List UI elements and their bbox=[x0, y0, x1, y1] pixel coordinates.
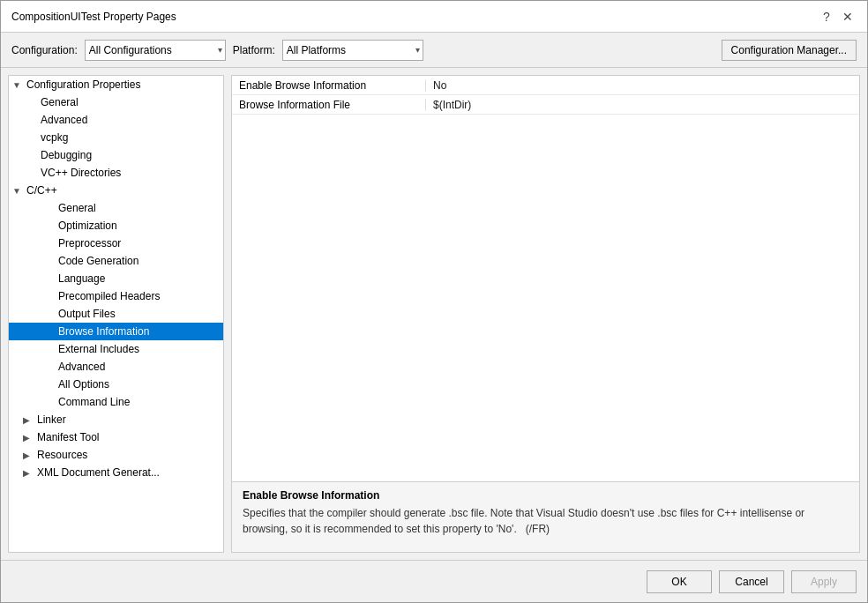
tree-item-external-includes[interactable]: External Includes bbox=[9, 340, 223, 358]
cancel-button[interactable]: Cancel bbox=[719, 570, 784, 593]
tree-item-label-precompiled-headers: Precompiled Headers bbox=[58, 290, 160, 302]
bottom-bar: OK Cancel Apply bbox=[1, 560, 867, 602]
tree-item-language[interactable]: Language bbox=[9, 270, 223, 287]
tree-item-resources[interactable]: ▶Resources bbox=[9, 446, 223, 464]
tree-item-label-general: General bbox=[41, 96, 79, 108]
tree-item-debugging[interactable]: Debugging bbox=[9, 146, 223, 164]
property-row-0[interactable]: Enable Browse InformationNo bbox=[232, 76, 859, 95]
apply-button[interactable]: Apply bbox=[791, 570, 857, 593]
tree-item-optimization[interactable]: Optimization bbox=[9, 217, 223, 234]
expand-icon-cpp: ▼ bbox=[12, 186, 26, 196]
tree-item-all-options[interactable]: All Options bbox=[9, 376, 223, 393]
tree-item-label-external-includes: External Includes bbox=[58, 343, 139, 355]
configuration-select-wrapper: All Configurations bbox=[85, 40, 226, 61]
expand-icon-resources: ▶ bbox=[23, 450, 37, 460]
tree-item-vcpkg[interactable]: vcpkg bbox=[9, 129, 223, 146]
tree-item-label-all-options: All Options bbox=[58, 378, 109, 391]
configuration-label: Configuration: bbox=[11, 44, 78, 56]
tree-item-general[interactable]: General bbox=[9, 93, 223, 111]
tree-item-command-line[interactable]: Command Line bbox=[9, 393, 223, 411]
tree-item-label-config-properties: Configuration Properties bbox=[26, 78, 140, 91]
expand-icon-xml-document: ▶ bbox=[23, 468, 37, 478]
tree-item-label-cpp-advanced: Advanced bbox=[58, 361, 105, 373]
tree-item-cpp-advanced[interactable]: Advanced bbox=[9, 358, 223, 376]
tree-item-linker[interactable]: ▶Linker bbox=[9, 411, 223, 428]
tree-item-label-vcpkg: vcpkg bbox=[41, 131, 68, 144]
description-title: Enable Browse Information bbox=[243, 489, 849, 502]
expand-icon-config-properties: ▼ bbox=[12, 80, 26, 90]
right-panel: Enable Browse InformationNoBrowse Inform… bbox=[231, 75, 860, 553]
tree-item-precompiled-headers[interactable]: Precompiled Headers bbox=[9, 287, 223, 305]
main-content: ▼Configuration PropertiesGeneralAdvanced… bbox=[1, 68, 867, 560]
property-value-0: No bbox=[426, 79, 453, 92]
tree-item-label-optimization: Optimization bbox=[58, 220, 117, 232]
tree-item-label-cpp-general: General bbox=[58, 202, 96, 214]
tree-item-preprocessor[interactable]: Preprocessor bbox=[9, 234, 223, 252]
tree-item-label-manifest-tool: Manifest Tool bbox=[37, 431, 99, 443]
platform-select[interactable]: All Platforms bbox=[282, 40, 423, 61]
dialog-window: CompositionUITest Property Pages ? ✕ Con… bbox=[0, 0, 868, 603]
property-name-0: Enable Browse Information bbox=[232, 79, 426, 92]
tree-item-label-cpp: C/C++ bbox=[26, 184, 57, 197]
tree-item-advanced[interactable]: Advanced bbox=[9, 111, 223, 129]
tree-item-label-resources: Resources bbox=[37, 449, 87, 461]
config-bar: Configuration: All Configurations Platfo… bbox=[1, 33, 867, 68]
tree-item-cpp[interactable]: ▼C/C++ bbox=[9, 182, 223, 199]
description-panel: Enable Browse Information Specifies that… bbox=[231, 482, 860, 553]
tree-item-label-output-files: Output Files bbox=[58, 308, 116, 320]
tree-item-xml-document[interactable]: ▶XML Document Generat... bbox=[9, 464, 223, 481]
tree-item-label-command-line: Command Line bbox=[58, 396, 130, 408]
property-value-1: $(IntDir) bbox=[426, 99, 478, 111]
tree-item-code-generation[interactable]: Code Generation bbox=[9, 252, 223, 270]
close-button[interactable]: ✕ bbox=[839, 8, 857, 26]
tree-item-label-linker: Linker bbox=[37, 413, 66, 426]
ok-button[interactable]: OK bbox=[647, 570, 712, 593]
property-name-1: Browse Information File bbox=[232, 99, 426, 111]
title-bar: CompositionUITest Property Pages ? ✕ bbox=[1, 1, 867, 33]
expand-icon-linker: ▶ bbox=[23, 415, 37, 425]
expand-icon-manifest-tool: ▶ bbox=[23, 433, 37, 443]
tree-item-label-advanced: Advanced bbox=[41, 114, 87, 126]
help-button[interactable]: ? bbox=[818, 8, 835, 26]
platform-select-wrapper: All Platforms bbox=[282, 40, 423, 61]
property-table: Enable Browse InformationNoBrowse Inform… bbox=[231, 75, 860, 482]
tree-item-label-debugging: Debugging bbox=[41, 149, 92, 161]
tree-item-label-browse-information: Browse Information bbox=[58, 325, 149, 338]
tree-item-label-language: Language bbox=[58, 272, 105, 285]
property-tree: ▼Configuration PropertiesGeneralAdvanced… bbox=[8, 75, 224, 553]
window-title: CompositionUITest Property Pages bbox=[11, 11, 176, 23]
tree-item-label-vc-directories: VC++ Directories bbox=[41, 167, 121, 179]
platform-label: Platform: bbox=[233, 44, 275, 56]
tree-item-vc-directories[interactable]: VC++ Directories bbox=[9, 164, 223, 182]
configuration-select[interactable]: All Configurations bbox=[85, 40, 226, 61]
config-manager-button[interactable]: Configuration Manager... bbox=[722, 40, 857, 61]
tree-item-config-properties[interactable]: ▼Configuration Properties bbox=[9, 76, 223, 93]
tree-item-browse-information[interactable]: Browse Information bbox=[9, 323, 223, 340]
tree-item-cpp-general[interactable]: General bbox=[9, 199, 223, 217]
tree-item-label-preprocessor: Preprocessor bbox=[58, 237, 121, 249]
tree-item-label-xml-document: XML Document Generat... bbox=[37, 466, 160, 479]
tree-item-output-files[interactable]: Output Files bbox=[9, 305, 223, 323]
description-text: Specifies that the compiler should gener… bbox=[243, 505, 849, 537]
property-row-1[interactable]: Browse Information File$(IntDir) bbox=[232, 95, 859, 115]
tree-item-manifest-tool[interactable]: ▶Manifest Tool bbox=[9, 428, 223, 446]
tree-item-label-code-generation: Code Generation bbox=[58, 255, 138, 267]
title-controls: ? ✕ bbox=[818, 8, 857, 26]
